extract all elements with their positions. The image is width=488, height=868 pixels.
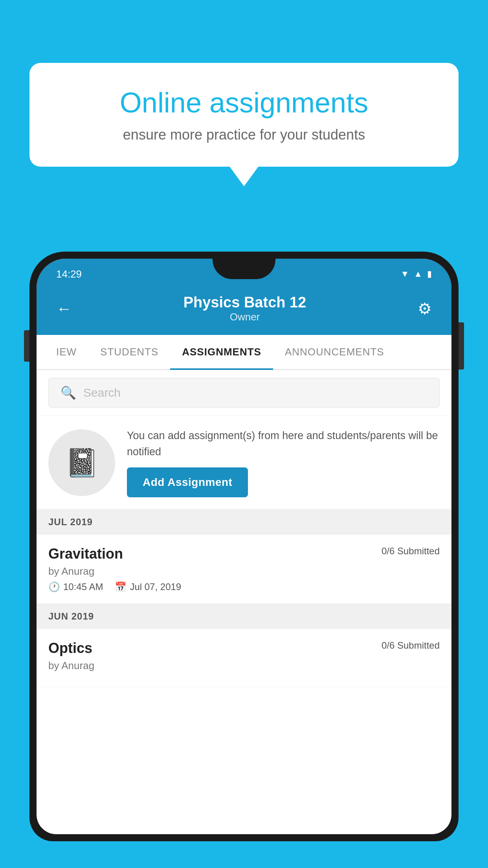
assignment-date: 📅 Jul 07, 2019 <box>115 581 181 592</box>
assignment-meta: 🕐 10:45 AM 📅 Jul 07, 2019 <box>48 581 440 592</box>
back-button[interactable]: ← <box>56 300 72 318</box>
assignment-top-row: Gravitation 0/6 Submitted <box>48 546 440 562</box>
side-button-left <box>24 330 29 362</box>
info-description: You can add assignment(s) from here and … <box>127 428 440 460</box>
search-placeholder: Search <box>83 386 121 399</box>
speech-bubble-container: Online assignments ensure more practice … <box>29 63 459 167</box>
wifi-icon: ▼ <box>400 269 409 279</box>
signal-icon: ▲ <box>414 269 422 279</box>
tab-assignments[interactable]: ASSIGNMENTS <box>170 335 273 369</box>
header-title: Physics Batch 12 <box>183 294 306 311</box>
assignment-time: 🕐 10:45 AM <box>48 581 103 592</box>
assignment-submitted-optics: 0/6 Submitted <box>382 640 440 651</box>
phone-outer: 14:29 ▼ ▲ ▮ ← Physics Batch 12 Owner ⚙ I… <box>29 252 459 841</box>
phone-screen: 14:29 ▼ ▲ ▮ ← Physics Batch 12 Owner ⚙ I… <box>37 259 451 834</box>
assignment-title-optics: Optics <box>48 640 92 657</box>
battery-icon: ▮ <box>427 269 432 279</box>
header-subtitle: Owner <box>183 311 306 323</box>
assignment-by-optics: by Anurag <box>48 660 440 672</box>
side-button-right <box>459 322 464 370</box>
section-header-jul: JUL 2019 <box>37 509 451 535</box>
app-header: ← Physics Batch 12 Owner ⚙ <box>37 286 451 335</box>
search-icon: 🔍 <box>61 385 76 400</box>
tab-announcements[interactable]: ANNOUNCEMENTS <box>273 335 396 369</box>
phone-container: 14:29 ▼ ▲ ▮ ← Physics Batch 12 Owner ⚙ I… <box>29 252 459 868</box>
assignment-icon-circle: 📓 <box>48 429 115 496</box>
assignment-item-gravitation[interactable]: Gravitation 0/6 Submitted by Anurag 🕐 10… <box>37 535 451 604</box>
status-icons: ▼ ▲ ▮ <box>400 269 432 279</box>
speech-bubble: Online assignments ensure more practice … <box>29 63 459 167</box>
status-time: 14:29 <box>56 268 82 280</box>
tab-overview[interactable]: IEW <box>44 335 88 369</box>
tab-students[interactable]: STUDENTS <box>88 335 170 369</box>
assignment-top-row-optics: Optics 0/6 Submitted <box>48 640 440 657</box>
speech-bubble-title: Online assignments <box>57 86 431 119</box>
search-bar[interactable]: 🔍 Search <box>48 378 440 408</box>
settings-gear-icon[interactable]: ⚙ <box>418 300 432 318</box>
assignment-by: by Anurag <box>48 565 440 577</box>
calendar-icon: 📅 <box>115 581 127 592</box>
notebook-icon: 📓 <box>65 447 99 479</box>
tabs-container: IEW STUDENTS ASSIGNMENTS ANNOUNCEMENTS <box>37 335 451 370</box>
info-card: 📓 You can add assignment(s) from here an… <box>37 416 451 509</box>
phone-notch <box>213 259 275 279</box>
clock-icon: 🕐 <box>48 581 60 592</box>
assignment-submitted: 0/6 Submitted <box>382 546 440 557</box>
assignment-item-optics[interactable]: Optics 0/6 Submitted by Anurag <box>37 629 451 687</box>
assignment-title: Gravitation <box>48 546 123 562</box>
info-text-area: You can add assignment(s) from here and … <box>127 428 440 497</box>
add-assignment-button[interactable]: Add Assignment <box>127 467 248 497</box>
search-container: 🔍 Search <box>37 370 451 416</box>
section-header-jun: JUN 2019 <box>37 604 451 629</box>
speech-bubble-subtitle: ensure more practice for your students <box>57 127 431 143</box>
header-center: Physics Batch 12 Owner <box>183 294 306 323</box>
